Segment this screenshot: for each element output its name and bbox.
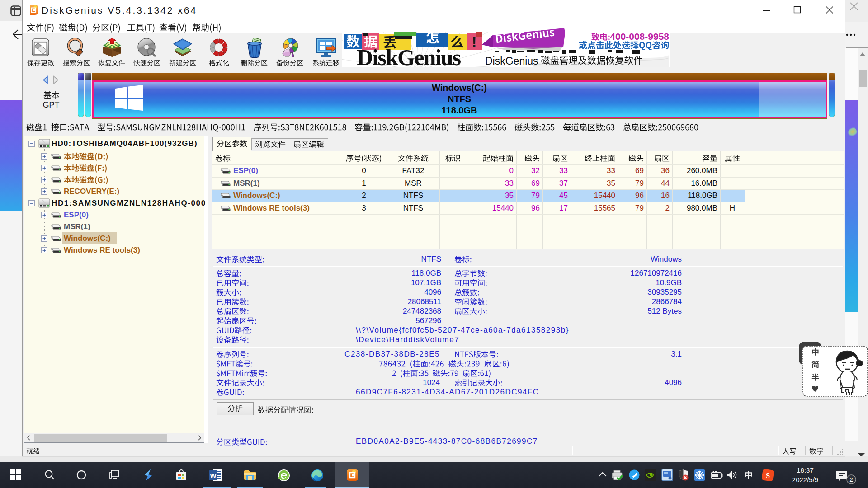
svg-text:i: i	[670, 477, 670, 479]
svg-text:W: W	[210, 472, 217, 479]
svg-text:S: S	[766, 471, 770, 480]
svg-text:2: 2	[849, 476, 853, 483]
